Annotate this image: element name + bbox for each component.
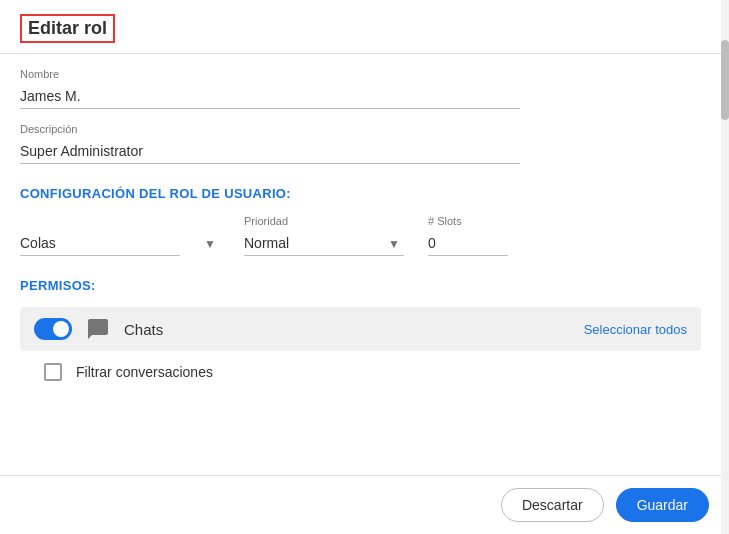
- descripcion-input[interactable]: [20, 139, 520, 164]
- page-title: Editar rol: [20, 14, 115, 43]
- page-header: Editar rol: [0, 0, 729, 54]
- descripcion-group: Descripción: [20, 123, 701, 164]
- chats-toggle[interactable]: [34, 318, 72, 340]
- colas-select[interactable]: Colas: [20, 231, 180, 256]
- prioridad-select-wrapper: Normal ▼: [244, 231, 404, 256]
- page-container: Editar rol Nombre Descripción CONFIGURAC…: [0, 0, 729, 534]
- scrollbar[interactable]: [721, 0, 729, 534]
- chat-icon: [86, 317, 110, 341]
- content-area: Nombre Descripción CONFIGURACIÓN DEL ROL…: [0, 54, 729, 475]
- prioridad-select[interactable]: Normal: [244, 231, 404, 256]
- discard-button[interactable]: Descartar: [501, 488, 604, 522]
- filtrar-permission-row: Filtrar conversaciones: [20, 353, 701, 391]
- chats-label: Chats: [124, 321, 570, 338]
- colas-group: Colas ▼: [20, 227, 220, 256]
- slots-input[interactable]: [428, 231, 508, 256]
- permissions-title: PERMISOS:: [20, 278, 701, 293]
- colas-chevron-icon: ▼: [204, 237, 216, 251]
- footer: Descartar Guardar: [0, 475, 729, 534]
- nombre-group: Nombre: [20, 68, 701, 109]
- nombre-input[interactable]: [20, 84, 520, 109]
- prioridad-group: Prioridad Normal ▼: [244, 215, 404, 256]
- slots-group: # Slots: [428, 215, 508, 256]
- chats-permission-row: Chats Seleccionar todos: [20, 307, 701, 351]
- filtrar-label: Filtrar conversaciones: [76, 364, 213, 380]
- fields-row: Colas ▼ Prioridad Normal ▼ # Slots: [20, 215, 701, 256]
- prioridad-label: Prioridad: [244, 215, 404, 227]
- user-role-config-title: CONFIGURACIÓN DEL ROL DE USUARIO:: [20, 186, 701, 201]
- filtrar-checkbox[interactable]: [44, 363, 62, 381]
- permissions-section: PERMISOS: Chats Seleccionar todos: [20, 278, 701, 391]
- scrollbar-thumb: [721, 40, 729, 120]
- toggle-slider: [34, 318, 72, 340]
- descripcion-label: Descripción: [20, 123, 701, 135]
- save-button[interactable]: Guardar: [616, 488, 709, 522]
- select-all-link[interactable]: Seleccionar todos: [584, 322, 687, 337]
- nombre-label: Nombre: [20, 68, 701, 80]
- slots-label: # Slots: [428, 215, 508, 227]
- colas-select-wrapper: Colas ▼: [20, 231, 220, 256]
